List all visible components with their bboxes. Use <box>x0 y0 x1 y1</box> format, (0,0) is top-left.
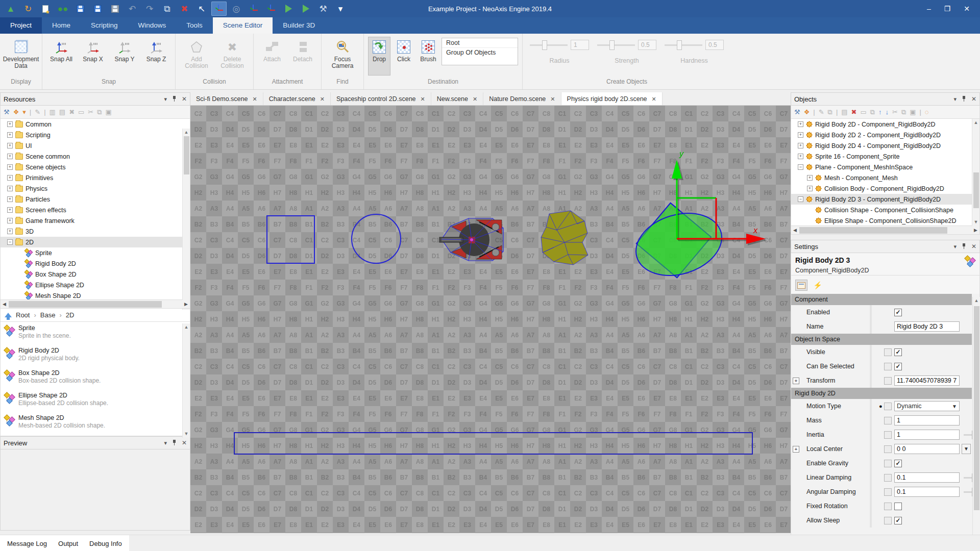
minimize-button[interactable]: – <box>927 5 931 13</box>
expand-icon[interactable] <box>7 186 13 191</box>
box-shape-object[interactable] <box>267 216 314 263</box>
toolbar-icon[interactable]: ◌ <box>925 108 929 116</box>
save-all-icon[interactable] <box>107 2 122 16</box>
restore-button[interactable]: ❐ <box>944 5 951 13</box>
property-checkbox[interactable]: ✓ <box>894 460 902 467</box>
pin-icon[interactable] <box>172 439 177 446</box>
slider-thumb[interactable] <box>677 40 682 50</box>
expand-icon[interactable] <box>7 143 13 148</box>
tree-row[interactable]: Rigid Body 2D 3 - Component_RigidBody2D <box>791 194 979 205</box>
expand-icon[interactable] <box>7 207 13 213</box>
toolbar-icon[interactable]: ✎ <box>819 108 824 116</box>
tree-row[interactable]: Scene objects <box>1 162 190 172</box>
panel-menu-icon[interactable] <box>953 243 957 250</box>
close-tab-icon[interactable] <box>421 95 425 103</box>
tree-row[interactable]: Primitives <box>1 172 190 183</box>
ribbon-tab[interactable]: Tools <box>176 17 213 34</box>
snap-all-button[interactable]: Snap All <box>46 37 76 76</box>
toolbar-icon[interactable]: ✎ <box>35 108 40 116</box>
run-icon[interactable] <box>298 2 313 16</box>
toolbar-icon[interactable]: ▭ <box>861 108 867 116</box>
slider-thumb[interactable] <box>609 40 615 50</box>
slider-track[interactable] <box>597 44 635 46</box>
focus-camera-button[interactable]: Focus Camera <box>326 37 359 76</box>
expand-property-icon[interactable]: + <box>793 378 799 384</box>
rotate-tool-icon[interactable]: ◎ <box>229 2 244 16</box>
expand-icon[interactable] <box>7 175 13 181</box>
slider-value[interactable]: 0.5 <box>705 40 724 50</box>
tree-row[interactable]: Screen effects <box>1 205 190 215</box>
expand-icon[interactable] <box>798 154 803 159</box>
toolbar-icon[interactable]: ↓ <box>886 108 889 116</box>
tree-row[interactable]: Sprite <box>1 247 190 258</box>
resources-items-scrollbar[interactable]: ▲ ▼ <box>182 323 190 438</box>
tree-row[interactable]: Sprite 16 - Component_Sprite <box>791 151 979 162</box>
brush-button[interactable]: Brush <box>417 37 439 76</box>
expand-icon[interactable] <box>798 132 803 138</box>
destination-option-root[interactable]: Root <box>442 38 518 48</box>
tree-row[interactable]: 3D <box>1 226 190 237</box>
property-input[interactable] <box>894 375 960 386</box>
default-value-box[interactable] <box>884 431 892 439</box>
slider-value[interactable]: 0.5 <box>638 40 656 50</box>
collapse-icon[interactable] <box>798 196 803 202</box>
objects-hscrollbar[interactable]: ◀ ▶ <box>791 226 980 235</box>
resource-list-item[interactable]: Mesh Shape 2DMesh-based 2D collision sha… <box>1 412 190 434</box>
resources-tree-scrollbar[interactable]: ▲ ▼ <box>182 129 190 310</box>
scene-tab[interactable]: Nature Demo.scene <box>483 92 561 105</box>
toolbar-icon[interactable]: ▤ <box>841 108 847 116</box>
drop-button[interactable]: Drop <box>368 37 390 76</box>
navigate-up-icon[interactable] <box>5 313 12 317</box>
tree-row[interactable]: Rigid Body 2D <box>1 258 190 269</box>
scene-viewport[interactable]: y x <box>190 106 791 533</box>
duplicate-icon[interactable]: ⧉ <box>159 2 175 16</box>
scene-tab[interactable]: Sci-fi Demo.scene <box>190 92 263 105</box>
default-value-box[interactable] <box>884 474 892 482</box>
bottom-tab[interactable]: Output <box>58 540 78 547</box>
new-resource-icon[interactable] <box>38 2 53 16</box>
toolbar-icon[interactable]: ⧉ <box>901 108 906 116</box>
tree-row[interactable]: Physics <box>1 183 190 194</box>
tree-row[interactable]: Ellipse Shape - Component_CollisionShape… <box>791 215 979 226</box>
tree-row[interactable]: Scripting <box>1 130 190 140</box>
property-slider[interactable] <box>964 491 972 493</box>
events-mode-button[interactable]: ⚡ <box>812 280 824 291</box>
property-checkbox[interactable]: ✓ <box>894 309 902 316</box>
default-value-box[interactable] <box>884 460 892 467</box>
tree-row[interactable]: UI <box>1 140 190 151</box>
seed-markers-icon[interactable]: ●● <box>55 2 70 16</box>
property-checkbox[interactable]: ✓ <box>894 363 902 370</box>
default-value-box[interactable] <box>884 517 892 524</box>
property-checkbox[interactable]: ✓ <box>894 517 902 524</box>
toolbar-icon[interactable]: ⧉ <box>870 108 875 116</box>
resource-list-item[interactable]: Rigid Body 2D2D rigid physical body. <box>1 344 190 367</box>
expand-property-icon[interactable]: + <box>793 446 799 453</box>
pin-icon[interactable] <box>962 243 966 250</box>
default-value-box[interactable] <box>884 403 892 410</box>
default-value-box[interactable] <box>884 363 892 370</box>
close-icon[interactable] <box>971 243 976 250</box>
close-icon[interactable] <box>182 439 187 446</box>
expand-icon[interactable] <box>807 175 813 181</box>
tree-row[interactable]: Rigid Body 2D 4 - Component_RigidBody2D <box>791 140 979 151</box>
toolbar-icon[interactable]: ❖ <box>13 108 19 116</box>
tree-row[interactable]: Rigid Body 2D - Component_RigidBody2D <box>791 119 979 130</box>
scene-tab[interactable]: New.scene <box>431 92 483 105</box>
tree-row[interactable]: Mesh Shape 2D <box>1 290 190 300</box>
close-tab-icon[interactable] <box>550 95 555 103</box>
toolbar-icon[interactable]: | <box>44 108 45 116</box>
toolbar-icon[interactable]: ⚒ <box>794 108 800 116</box>
ribbon-tab[interactable]: Home <box>42 17 81 34</box>
slider-value[interactable]: 1 <box>571 40 589 50</box>
toolbar-icon[interactable]: ▾ <box>22 108 26 116</box>
panel-menu-icon[interactable] <box>164 440 167 446</box>
toolbar-icon[interactable]: | <box>30 108 31 116</box>
expand-icon[interactable] <box>7 218 13 223</box>
pin-icon[interactable] <box>962 95 966 103</box>
add-collision-button[interactable]: Add Collision <box>180 37 213 76</box>
default-value-box[interactable] <box>884 503 892 510</box>
transform-tool-icon[interactable] <box>263 2 279 16</box>
sync-project-icon[interactable]: ↻ <box>20 2 36 16</box>
bottom-tab[interactable]: Debug Info <box>89 540 122 547</box>
close-button[interactable]: ✕ <box>964 5 970 13</box>
